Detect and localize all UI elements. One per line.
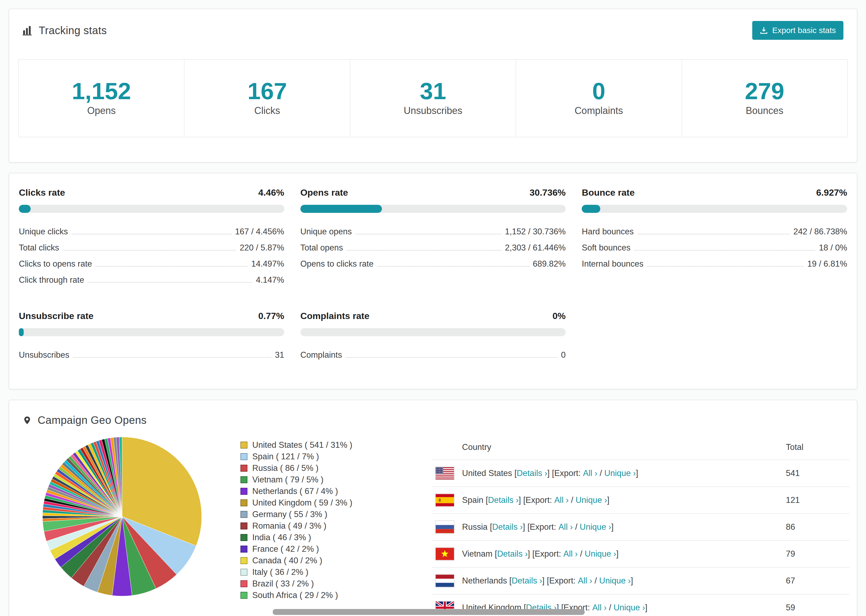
progress-fill <box>19 205 31 213</box>
dotted-leader <box>72 234 231 234</box>
country-cell: Vietnam [Details ›] [Export: All › / Uni… <box>431 541 786 567</box>
details-link[interactable]: Details › <box>516 468 547 478</box>
dotted-leader <box>638 234 790 234</box>
progress-track <box>301 328 566 336</box>
export-all-link[interactable]: All › <box>554 495 568 505</box>
export-basic-stats-button[interactable]: Export basic stats <box>752 21 843 40</box>
export-unique-link[interactable]: Unique › <box>599 576 631 586</box>
export-all-link[interactable]: All › <box>558 522 573 532</box>
legend-label: South Africa ( 29 / 2% ) <box>252 589 338 601</box>
flag-nl-icon <box>436 575 454 587</box>
rate-row-label: Click through rate <box>19 275 84 285</box>
legend-swatch <box>241 545 247 553</box>
details-link[interactable]: Details › <box>497 549 527 559</box>
dotted-leader <box>356 234 501 234</box>
rate-row: Click through rate4.147% <box>19 272 284 288</box>
stat-label: Complaints <box>516 105 681 116</box>
legend-label: Vietnam ( 79 / 5% ) <box>252 474 324 486</box>
rate-row-label: Unique opens <box>301 227 352 237</box>
stat-label: Clicks <box>184 105 350 116</box>
rate-title: Opens rate <box>301 187 348 198</box>
bracket: ] [Export: <box>542 576 578 586</box>
details-link[interactable]: Details › <box>492 522 523 532</box>
bracket: [ <box>512 468 516 478</box>
stat-unsubscribes: 31Unsubscribes <box>350 60 516 137</box>
horizontal-scrollbar-thumb[interactable] <box>273 609 585 615</box>
geo-opens-title: Campaign Geo Opens <box>23 414 146 426</box>
stat-clicks: 167Clicks <box>184 60 350 137</box>
country-name: Russia <box>462 522 488 532</box>
progress-track <box>19 328 284 336</box>
export-unique-link[interactable]: Unique › <box>604 468 636 478</box>
stat-value: 0 <box>516 77 681 105</box>
bracket: / <box>568 495 576 505</box>
export-unique-link[interactable]: Unique › <box>580 522 611 532</box>
legend-swatch <box>241 511 247 518</box>
geo-pie-chart[interactable] <box>41 436 203 597</box>
rate-row-value: 14.497% <box>251 259 284 269</box>
export-all-link[interactable]: All › <box>592 603 606 613</box>
geo-table-row-russia: Russia [Details ›] [Export: All › / Uniq… <box>431 514 849 541</box>
bracket: ] <box>631 576 633 586</box>
legend-item-brazil: Brazil ( 33 / 2% ) <box>241 578 402 589</box>
bracket: ] <box>607 495 609 505</box>
country-total: 79 <box>786 541 849 567</box>
progress-track <box>301 205 566 213</box>
tracking-stats-card: Tracking stats Export basic stats 1,152O… <box>9 9 857 163</box>
export-unique-link[interactable]: Unique › <box>576 495 607 505</box>
stat-bounces: 279Bounces <box>682 60 847 137</box>
legend-swatch <box>241 557 247 564</box>
legend-label: Brazil ( 33 / 2% ) <box>252 578 314 589</box>
rate-title: Bounce rate <box>582 187 635 198</box>
flag-ru-icon <box>436 521 454 533</box>
rate-row: Hard bounces242 / 86.738% <box>582 224 847 240</box>
rate-row: Complaints0 <box>301 347 566 363</box>
export-unique-link[interactable]: Unique › <box>614 603 645 613</box>
export-all-link[interactable]: All › <box>583 468 597 478</box>
dotted-leader <box>346 357 557 358</box>
flag-vn-icon <box>436 548 454 560</box>
legend-item-russia: Russia ( 86 / 5% ) <box>241 462 402 474</box>
country-cell: United States [Details ›] [Export: All ›… <box>431 460 786 486</box>
rate-head: Bounce rate6.927% <box>582 187 847 198</box>
legend-swatch <box>241 442 247 449</box>
rate-row-label: Internal bounces <box>582 259 643 269</box>
legend-swatch <box>241 453 247 460</box>
legend-label: India ( 46 / 3% ) <box>252 532 311 543</box>
rate-row: Clicks to opens rate14.497% <box>19 256 284 272</box>
bracket: / <box>578 549 585 559</box>
geo-table-header-row: Country Total <box>431 437 849 460</box>
details-link[interactable]: Details › <box>488 495 519 505</box>
stat-value: 167 <box>184 77 350 105</box>
rate-row: Unique clicks167 / 4.456% <box>19 224 284 240</box>
rate-row: Unique opens1,152 / 30.736% <box>301 224 566 240</box>
geo-legend: United States ( 541 / 31% )Spain ( 121 /… <box>241 439 402 601</box>
country-total: 121 <box>786 487 849 514</box>
rate-row-value: 2,303 / 61.446% <box>505 243 566 253</box>
stat-opens: 1,152Opens <box>19 60 184 137</box>
bracket: ] <box>645 603 648 613</box>
export-all-link[interactable]: All › <box>564 549 578 559</box>
legend-swatch <box>241 592 247 599</box>
rate-title: Clicks rate <box>19 187 65 198</box>
legend-item-vietnam: Vietnam ( 79 / 5% ) <box>241 474 402 486</box>
rate-row-value: 220 / 5.87% <box>239 243 284 253</box>
country-total: 67 <box>786 567 849 594</box>
bracket: [ <box>493 549 497 559</box>
rate-block-opens-rate: Opens rate30.736%Unique opens1,152 / 30.… <box>301 187 566 288</box>
dotted-leader <box>96 266 247 267</box>
country-cell: Russia [Details ›] [Export: All › / Uniq… <box>431 514 786 540</box>
location-pin-icon <box>23 415 32 426</box>
export-unique-link[interactable]: Unique › <box>585 549 616 559</box>
legend-label: France ( 42 / 2% ) <box>252 543 319 555</box>
dotted-leader <box>634 250 815 250</box>
details-link[interactable]: Details › <box>512 576 542 586</box>
legend-item-netherlands: Netherlands ( 67 / 4% ) <box>241 486 402 497</box>
rate-percent: 6.927% <box>816 187 847 198</box>
legend-label: United States ( 541 / 31% ) <box>252 439 352 451</box>
rate-row-value: 19 / 6.81% <box>808 259 847 269</box>
country-name: Spain <box>462 495 483 505</box>
rate-row-value: 0 <box>561 350 565 360</box>
legend-swatch <box>241 534 247 541</box>
export-all-link[interactable]: All › <box>578 576 592 586</box>
